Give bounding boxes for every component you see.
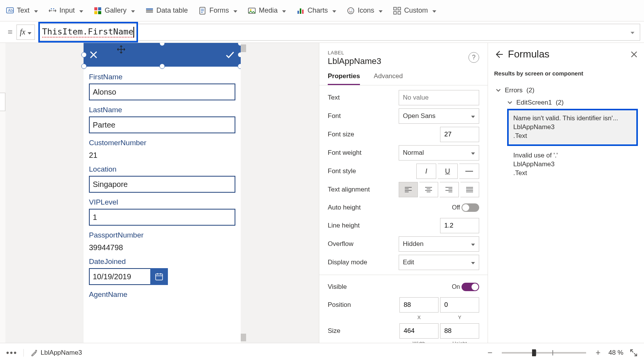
breadcrumb-label: LblAppName3 [41,349,82,357]
custom-menu[interactable]: Custom [389,4,440,17]
svg-rect-21 [398,7,401,10]
error-1-control: LblAppName3 [513,123,632,132]
charts-menu[interactable]: Charts [293,4,340,17]
accept-icon[interactable] [225,49,235,60]
formula-bar: = fx ThisItem.FirstName [0,21,644,43]
fullscreen-icon[interactable] [629,349,638,357]
fontstyle-underline[interactable]: U [438,164,458,179]
scroll-down-button[interactable] [241,334,246,341]
input-menu-label: Input [59,7,75,15]
align-justify[interactable] [460,182,479,197]
left-rail-handle[interactable] [0,93,5,111]
custom-menu-label: Custom [404,7,428,15]
cancel-icon[interactable] [89,50,98,59]
tab-advanced[interactable]: Advanced [374,72,403,85]
field-input-location[interactable] [89,176,235,193]
field-value-passport: 39944798 [89,243,235,252]
back-arrow-icon[interactable] [494,50,503,59]
prop-input-text[interactable] [399,90,479,105]
zoom-slider[interactable] [502,352,586,354]
formulas-panel: Formulas Results by screen or component … [488,43,644,343]
media-menu-label: Media [259,7,278,15]
prop-input-lineheight[interactable] [440,218,479,233]
field-input-lastname[interactable] [89,116,235,133]
text-menu[interactable]: Abc Text [2,4,42,17]
datepicker-button[interactable] [150,268,168,285]
svg-point-2 [51,8,52,9]
close-panel-icon[interactable] [630,51,638,58]
screen-group-label: EditScreen1 [516,99,552,106]
field-input-viplevel[interactable] [89,209,235,226]
align-left[interactable] [399,182,418,197]
control-type-label: LABEL [328,50,468,56]
gallery-menu[interactable]: Gallery [90,4,139,17]
field-input-datejoined[interactable] [89,268,150,285]
chevron-down-icon [496,88,501,93]
icons-menu[interactable]: Icons [343,4,386,17]
zoom-value: 48 % [608,349,623,357]
zoom-out-button[interactable]: − [486,348,494,358]
chevron-down-icon [470,112,475,120]
prop-label-font: Font [328,112,399,120]
fx-dropdown[interactable]: fx [16,25,35,40]
tab-properties[interactable]: Properties [328,72,360,85]
text-menu-label: Text [17,7,30,15]
svg-rect-9 [146,10,153,11]
fontstyle-strike[interactable] [459,164,479,179]
gallery-icon [94,7,102,15]
prop-label-text: Text [328,94,399,102]
svg-rect-20 [394,7,396,10]
svg-rect-14 [297,11,299,14]
align-center[interactable] [419,182,438,197]
datatable-button[interactable]: Data table [142,4,192,17]
position-y-input[interactable] [440,297,479,313]
prop-label-fontsize: Font size [328,131,399,138]
selected-appbar[interactable] [84,43,241,67]
icons-icon [347,7,355,15]
prop-select-overflow[interactable]: Hidden [399,236,479,252]
breadcrumb[interactable]: LblAppName3 [23,349,82,357]
autoheight-toggle[interactable] [462,203,479,212]
error-item-1[interactable]: Name isn't valid. This identifier isn'..… [507,109,638,146]
resize-handle-bottom[interactable] [159,64,165,69]
chevron-down-icon [331,7,336,15]
errors-group[interactable]: Errors (2) [494,84,638,97]
position-x-input[interactable] [399,297,439,313]
help-icon[interactable]: ? [468,52,479,63]
resize-handle-top[interactable] [159,43,165,46]
size-width-sublabel: Width [399,341,439,343]
phone-scrollbar[interactable] [241,43,246,343]
chevron-down-icon [26,28,31,36]
visible-toggle[interactable] [462,283,479,291]
media-menu[interactable]: Media [244,4,290,17]
size-width-input[interactable] [399,323,439,339]
field-input-firstname[interactable] [89,84,235,100]
prop-select-displaymode[interactable]: Edit [399,255,479,270]
forms-menu[interactable]: Forms [195,4,241,17]
zoom-in-button[interactable]: + [594,348,602,358]
size-height-input[interactable] [440,323,479,339]
formula-input[interactable]: ThisItem.FirstName [38,22,138,43]
chevron-down-icon [33,7,38,15]
error-item-2[interactable]: Invalid use of '.' LblAppName3 .Text [507,146,638,183]
prop-select-font[interactable]: Open Sans [399,108,479,124]
scroll-up-button[interactable] [241,44,246,52]
resize-handle-bottomleft[interactable] [81,64,87,69]
fontstyle-italic[interactable]: I [416,164,436,179]
screen-group[interactable]: EditScreen1 (2) [494,97,638,109]
overflow-menu[interactable]: ••• [6,348,17,358]
errors-group-count: (2) [526,87,534,94]
svg-point-13 [250,9,251,11]
align-right[interactable] [440,182,458,197]
chevron-down-icon [470,240,475,248]
svg-rect-16 [302,10,304,14]
prop-select-fontweight[interactable]: Normal [399,145,479,161]
input-menu[interactable]: Input [45,4,87,17]
resize-handle-left[interactable] [81,52,87,57]
svg-rect-22 [394,11,396,14]
prop-input-fontsize[interactable] [440,127,479,142]
formula-expand[interactable] [629,29,640,36]
chevron-down-icon [470,259,475,266]
position-x-sublabel: X [399,314,439,320]
slider-thumb[interactable] [532,349,536,356]
